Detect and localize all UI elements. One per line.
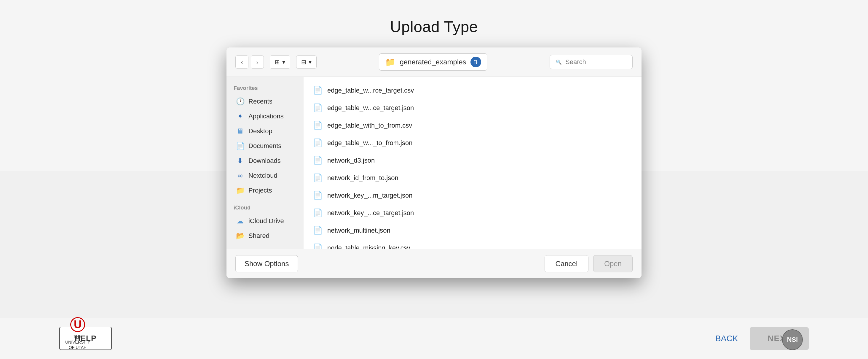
search-input[interactable] xyxy=(565,58,626,66)
column-view-chevron: ▾ xyxy=(282,58,285,66)
search-icon: 🔍 xyxy=(556,59,562,65)
file-list: 📄 edge_table_w...rce_target.csv 📄 edge_t… xyxy=(304,77,642,249)
favorites-label: Favorites xyxy=(226,83,304,94)
file-name: node_table_missing_key.csv xyxy=(327,244,410,249)
file-icon: 📄 xyxy=(313,208,322,217)
sidebar-item-recents[interactable]: 🕐 Recents xyxy=(229,94,301,109)
documents-icon: 📄 xyxy=(236,142,244,150)
sidebar-item-nextcloud[interactable]: ∞ Nextcloud xyxy=(229,169,301,183)
sidebar-item-documents[interactable]: 📄 Documents xyxy=(229,139,301,153)
desktop-icon: 🖥 xyxy=(236,127,244,135)
nsi-badge: NSI xyxy=(782,329,803,350)
file-item[interactable]: 📄 edge_table_with_to_from.csv xyxy=(308,117,637,134)
file-name: edge_table_with_to_from.csv xyxy=(327,122,412,129)
current-folder-name: generated_examples xyxy=(400,58,466,66)
column-view-icon: ⊞ xyxy=(275,58,280,66)
icloud-icon: ☁ xyxy=(236,217,244,225)
nav-arrows: ‹ › xyxy=(236,56,264,68)
back-button[interactable]: BACK xyxy=(709,327,744,350)
file-item[interactable]: 📄 network_d3.json xyxy=(308,152,637,169)
back-arrow-btn[interactable]: ‹ xyxy=(236,56,248,68)
nsi-label: NSI xyxy=(787,336,798,343)
file-icon: 📄 xyxy=(313,156,322,165)
file-name: network_d3.json xyxy=(327,157,375,164)
column-view-btn[interactable]: ⊞ ▾ xyxy=(270,56,290,68)
file-item[interactable]: 📄 network_multinet.json xyxy=(308,221,637,239)
utah-text: THEUNIVERSITYOF UTAH xyxy=(65,334,90,350)
shared-label: Shared xyxy=(248,232,270,240)
search-box: 🔍 xyxy=(550,55,632,69)
grid-view-btn[interactable]: ⊟ ▾ xyxy=(296,56,317,68)
file-item[interactable]: 📄 network_id_from_to.json xyxy=(308,169,637,187)
file-picker-dialog: ‹ › ⊞ ▾ ⊟ ▾ 📁 generated_examples ⇅ 🔍 xyxy=(226,48,642,278)
projects-icon: 📁 xyxy=(236,186,244,195)
sidebar-item-shared[interactable]: 📂 Shared xyxy=(229,229,301,243)
folder-pill[interactable]: 📁 generated_examples ⇅ xyxy=(379,53,487,70)
shared-icon: 📂 xyxy=(236,232,244,240)
folder-chevron-btn[interactable]: ⇅ xyxy=(470,57,481,67)
favorites-section: Favorites 🕐 Recents ✦ Applications 🖥 Des… xyxy=(226,83,304,198)
file-name: network_key_...ce_target.json xyxy=(327,209,414,217)
applications-icon: ✦ xyxy=(236,112,244,120)
file-name: edge_table_w...rce_target.csv xyxy=(327,87,414,94)
cancel-button[interactable]: Cancel xyxy=(545,255,589,272)
file-icon: 📄 xyxy=(313,103,322,113)
folder-display: 📁 generated_examples ⇅ xyxy=(322,53,544,70)
sidebar-item-downloads[interactable]: ⬇ Downloads xyxy=(229,154,301,168)
file-name: network_key_...m_target.json xyxy=(327,192,412,199)
sidebar: Favorites 🕐 Recents ✦ Applications 🖥 Des… xyxy=(226,77,304,249)
downloads-icon: ⬇ xyxy=(236,157,244,165)
main-panel: Upload Type NETWORK TABLE Select a file … xyxy=(0,0,868,359)
file-icon: 📄 xyxy=(313,226,322,235)
file-icon: 📄 xyxy=(313,121,322,130)
recents-icon: 🕐 xyxy=(236,97,244,106)
sidebar-item-applications[interactable]: ✦ Applications xyxy=(229,109,301,123)
utah-u-logo: U xyxy=(70,317,85,332)
bottom-bar: HELP BACK NEXT xyxy=(0,318,868,359)
documents-label: Documents xyxy=(248,142,281,150)
sidebar-item-icloud-drive[interactable]: ☁ iCloud Drive xyxy=(229,214,301,228)
file-item[interactable]: 📄 network_key_...m_target.json xyxy=(308,187,637,204)
projects-label: Projects xyxy=(248,187,272,195)
dialog-toolbar: ‹ › ⊞ ▾ ⊟ ▾ 📁 generated_examples ⇅ 🔍 xyxy=(226,48,642,77)
sidebar-item-desktop[interactable]: 🖥 Desktop xyxy=(229,124,301,138)
utah-logo: U THEUNIVERSITYOF UTAH xyxy=(65,317,90,350)
file-item[interactable]: 📄 edge_table_w..._to_from.json xyxy=(308,134,637,152)
file-item[interactable]: 📄 node_table_missing_key.csv xyxy=(308,239,637,249)
grid-view-chevron: ▾ xyxy=(309,58,312,66)
file-item[interactable]: 📄 edge_table_w...ce_target.json xyxy=(308,99,637,117)
dialog-body: Favorites 🕐 Recents ✦ Applications 🖥 Des… xyxy=(226,77,642,249)
page-title: Upload Type xyxy=(390,18,478,36)
downloads-label: Downloads xyxy=(248,157,281,164)
forward-arrow-btn[interactable]: › xyxy=(251,56,264,68)
applications-label: Applications xyxy=(248,113,284,120)
file-icon: 📄 xyxy=(313,191,322,200)
file-item[interactable]: 📄 network_key_...ce_target.json xyxy=(308,204,637,221)
folder-icon: 📁 xyxy=(385,57,396,67)
nextcloud-label: Nextcloud xyxy=(248,172,277,179)
recents-label: Recents xyxy=(248,98,273,105)
file-icon: 📄 xyxy=(313,86,322,95)
desktop-label: Desktop xyxy=(248,127,273,135)
icloud-label: iCloud xyxy=(226,202,304,213)
icloud-drive-label: iCloud Drive xyxy=(248,217,284,225)
file-name: edge_table_w...ce_target.json xyxy=(327,104,414,112)
file-name: network_multinet.json xyxy=(327,227,391,234)
sidebar-item-projects[interactable]: 📁 Projects xyxy=(229,183,301,198)
show-options-button[interactable]: Show Options xyxy=(236,255,298,272)
file-icon: 📄 xyxy=(313,243,322,249)
dialog-footer: Show Options Cancel Open xyxy=(226,249,642,278)
file-name: edge_table_w..._to_from.json xyxy=(327,139,412,147)
nextcloud-icon: ∞ xyxy=(236,172,244,180)
file-name: network_id_from_to.json xyxy=(327,174,398,182)
grid-view-icon: ⊟ xyxy=(301,58,306,66)
icloud-section: iCloud ☁ iCloud Drive 📂 Shared xyxy=(226,202,304,243)
file-item[interactable]: 📄 edge_table_w...rce_target.csv xyxy=(308,82,637,99)
file-icon: 📄 xyxy=(313,173,322,182)
open-button: Open xyxy=(593,255,632,272)
footer-right-buttons: Cancel Open xyxy=(545,255,632,272)
file-icon: 📄 xyxy=(313,138,322,147)
